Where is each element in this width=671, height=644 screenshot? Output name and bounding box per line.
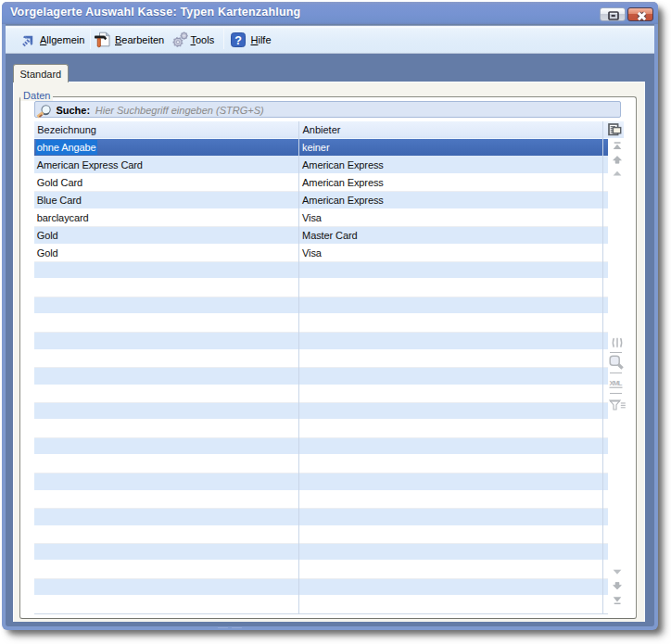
- svg-text:XML: XML: [610, 379, 623, 387]
- svg-text:?: ?: [234, 33, 242, 46]
